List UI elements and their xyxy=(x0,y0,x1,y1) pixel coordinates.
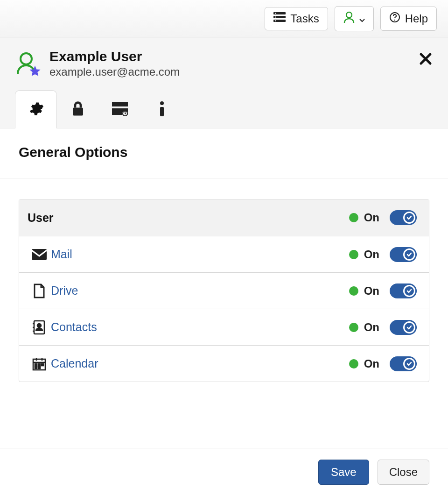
caret-down-icon xyxy=(359,12,365,25)
help-button[interactable]: Help xyxy=(380,7,437,31)
contacts-toggle[interactable] xyxy=(390,320,417,335)
option-row-contacts: Contacts On xyxy=(19,309,429,345)
contacts-icon xyxy=(28,320,51,335)
svg-rect-31 xyxy=(38,367,40,368)
option-link-drive[interactable]: Drive xyxy=(51,284,78,297)
calendar-toggle[interactable] xyxy=(390,356,417,371)
svg-point-15 xyxy=(160,101,164,105)
tab-security[interactable] xyxy=(57,90,99,128)
save-button[interactable]: Save xyxy=(318,460,369,485)
svg-point-9 xyxy=(21,53,32,64)
tasks-button[interactable]: Tasks xyxy=(265,7,328,30)
svg-rect-16 xyxy=(160,107,164,116)
svg-rect-27 xyxy=(35,364,37,366)
footer-bar: Save Close xyxy=(0,448,448,496)
status-dot-icon xyxy=(349,213,358,222)
status-dot-icon xyxy=(349,250,358,259)
drive-icon xyxy=(28,283,51,298)
options-panel: User On Mail On xyxy=(0,178,448,382)
svg-rect-17 xyxy=(32,249,47,260)
svg-rect-29 xyxy=(42,364,43,366)
option-link-contacts[interactable]: Contacts xyxy=(51,320,97,333)
tab-storage[interactable] xyxy=(99,90,141,128)
svg-point-19 xyxy=(37,324,41,327)
lock-icon xyxy=(71,101,85,119)
option-row-mail: Mail On xyxy=(19,236,429,272)
user-menu-button[interactable] xyxy=(335,6,374,31)
user-email: example.user@acme.com xyxy=(49,65,180,78)
tab-bar xyxy=(15,90,433,128)
status-text: On xyxy=(364,284,379,298)
drive-toggle[interactable] xyxy=(390,283,417,298)
tab-general[interactable] xyxy=(15,90,57,128)
options-header-label: User xyxy=(28,211,349,225)
user-toggle[interactable] xyxy=(390,210,417,225)
close-button[interactable]: Close xyxy=(378,460,429,485)
status-text: On xyxy=(364,211,379,224)
option-link-mail[interactable]: Mail xyxy=(51,248,72,261)
section-title: General Options xyxy=(0,128,448,178)
status-text: On xyxy=(364,321,379,334)
svg-point-6 xyxy=(346,12,352,18)
panel-header: Example User example.user@acme.com xyxy=(0,37,448,128)
svg-point-8 xyxy=(394,19,395,20)
status-text: On xyxy=(364,248,379,261)
close-panel-button[interactable] xyxy=(419,52,432,67)
user-name: Example User xyxy=(49,49,180,64)
calendar-icon xyxy=(28,357,51,371)
svg-rect-28 xyxy=(38,364,40,366)
svg-rect-30 xyxy=(35,367,37,368)
svg-rect-11 xyxy=(112,102,128,106)
option-link-calendar[interactable]: Calendar xyxy=(51,357,98,370)
options-header-row: User On xyxy=(19,199,429,236)
help-button-label: Help xyxy=(405,12,428,25)
tasks-button-label: Tasks xyxy=(290,12,319,25)
option-row-calendar: Calendar On xyxy=(19,345,429,382)
mail-toggle[interactable] xyxy=(390,247,417,262)
svg-rect-4 xyxy=(275,16,276,17)
help-icon xyxy=(389,12,400,26)
status-text: On xyxy=(364,357,379,370)
status-dot-icon xyxy=(349,323,358,332)
user-avatar-icon xyxy=(15,50,41,77)
option-row-drive: Drive On xyxy=(19,272,429,309)
svg-rect-3 xyxy=(275,13,276,14)
tasks-icon xyxy=(273,12,286,25)
storage-icon xyxy=(112,102,128,118)
star-badge-icon xyxy=(28,64,42,80)
mail-icon xyxy=(28,249,51,260)
user-outline-icon xyxy=(343,11,355,26)
gear-icon xyxy=(28,101,44,119)
status-dot-icon xyxy=(349,359,358,368)
svg-rect-10 xyxy=(73,107,83,115)
svg-rect-5 xyxy=(275,20,276,21)
top-bar: Tasks Help xyxy=(0,0,448,37)
tab-info[interactable] xyxy=(141,90,183,128)
status-dot-icon xyxy=(349,286,358,296)
info-icon xyxy=(159,101,165,119)
